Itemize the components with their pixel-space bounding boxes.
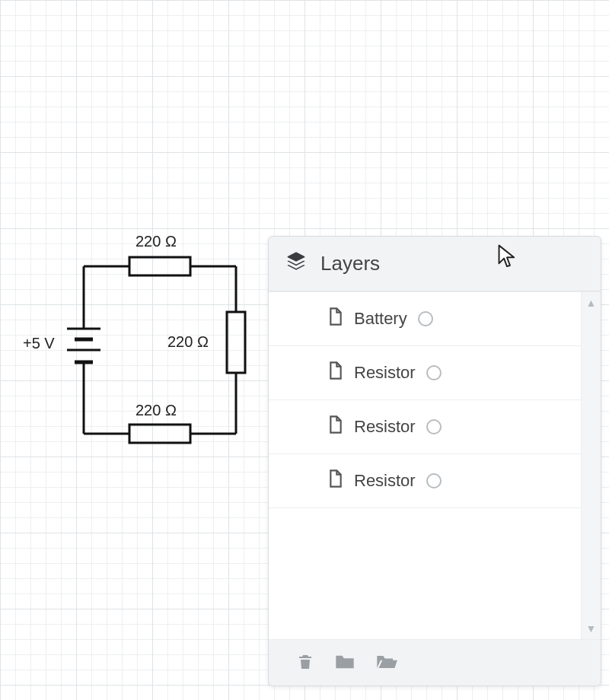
layer-visibility-toggle[interactable]: [418, 311, 433, 326]
file-icon: [328, 469, 343, 492]
circuit-schematic[interactable]: 220 Ω 220 Ω 220 Ω +5 V: [23, 228, 266, 457]
layers-panel-header[interactable]: Layers: [269, 237, 601, 291]
file-icon: [328, 361, 343, 384]
layer-visibility-toggle[interactable]: [426, 419, 442, 434]
layers-list-container: Battery Resistor Resistor: [269, 291, 601, 640]
layers-panel-footer: [269, 640, 601, 686]
layer-item-resistor[interactable]: Resistor: [269, 400, 581, 454]
layer-item-resistor[interactable]: Resistor: [269, 454, 581, 508]
svg-rect-7: [129, 425, 190, 443]
layer-item-label: Battery: [354, 309, 407, 329]
layer-visibility-toggle[interactable]: [426, 365, 442, 380]
delete-layer-button[interactable]: [296, 652, 314, 672]
layers-panel-title: Layers: [320, 252, 380, 275]
layer-item-label: Resistor: [354, 363, 416, 383]
folder-open-button[interactable]: [375, 653, 398, 671]
file-icon: [328, 307, 343, 330]
layers-list: Battery Resistor Resistor: [269, 292, 581, 508]
folder-button[interactable]: [334, 653, 356, 671]
svg-rect-1: [129, 257, 190, 275]
scroll-up-icon[interactable]: ▲: [586, 297, 597, 309]
resistor-top-label: 220 Ω: [136, 233, 177, 250]
layer-item-battery[interactable]: Battery: [269, 292, 581, 346]
layers-scrollbar[interactable]: ▲ ▼: [581, 292, 601, 639]
layers-icon: [285, 250, 307, 277]
scroll-down-icon[interactable]: ▼: [586, 622, 597, 635]
layer-item-resistor[interactable]: Resistor: [269, 346, 581, 400]
svg-rect-4: [227, 312, 245, 373]
battery-voltage-label: +5 V: [23, 335, 55, 352]
layer-visibility-toggle[interactable]: [426, 473, 442, 488]
layer-item-label: Resistor: [354, 471, 416, 491]
file-icon: [328, 415, 343, 438]
resistor-right-label: 220 Ω: [167, 333, 209, 351]
resistor-bottom-label: 220 Ω: [136, 402, 177, 419]
layer-item-label: Resistor: [354, 417, 416, 437]
layers-panel: Layers Battery Resistor: [268, 236, 601, 686]
